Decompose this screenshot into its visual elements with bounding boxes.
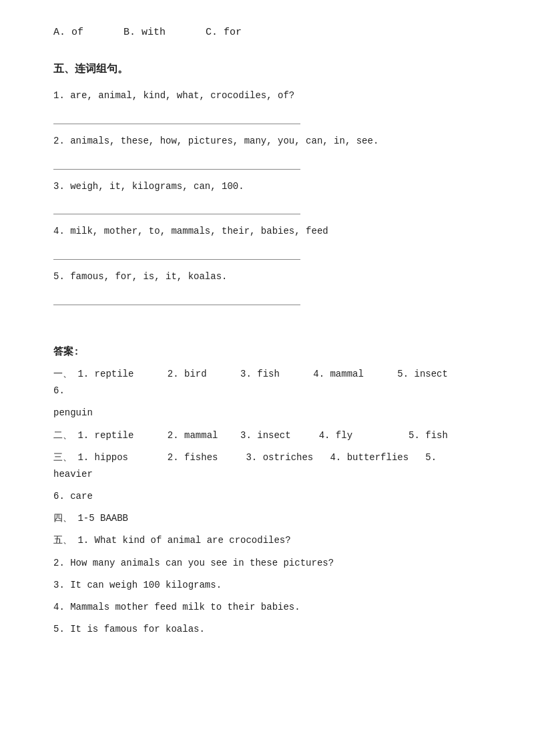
- ans4-content: 1-5 BAABB: [77, 513, 128, 524]
- item1-number: 1.: [53, 90, 70, 101]
- answer-section1-cont: penguin: [53, 405, 481, 421]
- ans5-item2-text: How many animals can you see in these pi…: [70, 558, 334, 568]
- ans5-item1: 1. What kind of animal are crocodiles?: [77, 535, 290, 546]
- answer-section2: 二、 1. reptile 2. mammal 3. insect 4. fly…: [53, 427, 481, 444]
- answer-section3-cont: 6. care: [53, 488, 481, 505]
- answer-section5-label: 五、 1. What kind of animal are crocodiles…: [53, 532, 481, 549]
- answer-section5-item4: 4. Mammals mother feed milk to their bab…: [53, 599, 481, 616]
- answers-section: 答案: 一、 1. reptile 2. bird 3. fish 4. mam…: [53, 345, 481, 638]
- ans5-item4-text: Mammals mother feed milk to their babies…: [70, 602, 300, 612]
- answer-line-2: [53, 155, 300, 170]
- item3-number: 3.: [53, 181, 70, 192]
- exercise-item-4: 4. milk, mother, to, mammals, their, bab…: [53, 224, 481, 240]
- section5-title: 五、连词组句。: [53, 62, 481, 76]
- item3-words: weigh, it, kilograms, can, 100.: [70, 181, 244, 192]
- item1-words: are, animal, kind, what, crocodiles, of?: [70, 90, 294, 101]
- item4-words: milk, mother, to, mammals, their, babies…: [70, 226, 328, 236]
- ans2-prefix: 二、: [53, 430, 72, 441]
- item5-words: famous, for, is, it, koalas.: [70, 271, 227, 282]
- ans5-item3-text: It can weigh 100 kilograms.: [70, 580, 222, 590]
- section5-items: 1. are, animal, kind, what, crocodiles, …: [53, 88, 481, 305]
- item4-number: 4.: [53, 226, 70, 236]
- ans4-prefix: 四、: [53, 513, 72, 524]
- item2-number: 2.: [53, 136, 70, 146]
- ans5-prefix: 五、: [53, 535, 72, 546]
- exercise-item-3: 3. weigh, it, kilograms, can, 100.: [53, 179, 481, 195]
- answer-section3: 三、 1. hippos 2. fishes 3. ostriches 4. b…: [53, 449, 481, 483]
- exercise-item-5: 5. famous, for, is, it, koalas.: [53, 269, 481, 285]
- option-b: B. with: [123, 27, 166, 38]
- options-row: A. of B. with C. for: [53, 27, 481, 38]
- ans1-prefix: 一、: [53, 369, 72, 379]
- answer-section5-item3: 3. It can weigh 100 kilograms.: [53, 577, 481, 594]
- exercise-item-2: 2. animals, these, how, pictures, many, …: [53, 134, 481, 150]
- ans1-items: 1. reptile 2. bird 3. fish 4. mammal 5. …: [53, 369, 476, 396]
- answer-section4: 四、 1-5 BAABB: [53, 510, 481, 527]
- answer-line-3: [53, 200, 300, 214]
- answer-line-4: [53, 245, 300, 260]
- option-c: C. for: [206, 27, 242, 38]
- answer-line-5: [53, 291, 300, 305]
- item5-number: 5.: [53, 271, 70, 282]
- answer-section5-item5: 5. It is famous for koalas.: [53, 621, 481, 638]
- answer-section1: 一、 1. reptile 2. bird 3. fish 4. mammal …: [53, 366, 481, 399]
- exercise-item-1: 1. are, animal, kind, what, crocodiles, …: [53, 88, 481, 104]
- answer-section5-item2: 2. How many animals can you see in these…: [53, 555, 481, 572]
- option-a: A. of: [53, 27, 83, 38]
- answers-title: 答案:: [53, 345, 481, 358]
- answer-line-1: [53, 110, 300, 124]
- ans5-item5-text: It is famous for koalas.: [70, 624, 205, 634]
- item2-words: animals, these, how, pictures, many, you…: [70, 136, 378, 146]
- ans3-prefix: 三、: [53, 452, 72, 463]
